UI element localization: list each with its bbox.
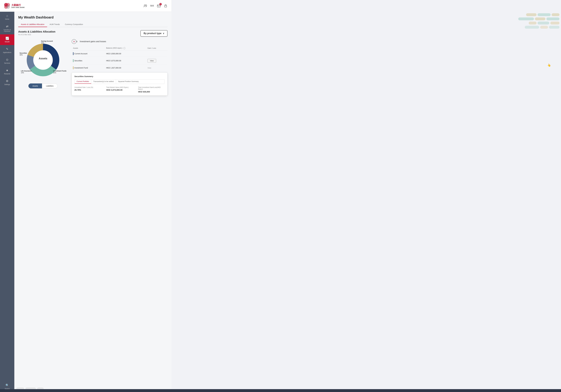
lock-icon (164, 4, 167, 8)
svg-point-12 (34, 51, 52, 69)
donut-svg: Assets (25, 42, 61, 78)
svg-point-4 (144, 5, 145, 6)
svg-point-3 (6, 5, 10, 9)
section-title-area: Assets & Liabilities Allocation As of 21… (18, 30, 55, 36)
sidebar-label-settings: Settings (4, 83, 10, 85)
popup-metrics: Unrealised Gain / Loss (%) 25.79% Total … (75, 86, 165, 93)
sidebar-item-settings[interactable]: ⚙ Settings (0, 77, 14, 88)
investment-table: Assets Balance (HKD equiv.) i Gain / Los… (72, 46, 167, 71)
sidebar-label-transfers: Transfers &Payments (3, 29, 11, 32)
balance-cell-securities: HKD 3,073,000.00 (105, 57, 146, 64)
content-area: Assets Saving Account 35% Securities 30% (18, 39, 167, 95)
notification-badge: 26 (159, 3, 162, 5)
sidebar-item-transfers[interactable]: ⇄ Transfers &Payments (0, 22, 14, 34)
product-cell-securities: Securities (72, 57, 105, 64)
chart-area: Assets Saving Account 35% Securities 30% (18, 39, 68, 95)
bank-name-en: DAH SING BANK (11, 7, 25, 8)
applications-icon: ✎ (6, 47, 8, 51)
search-icon: 🔍 (5, 384, 9, 387)
sidebar-item-services[interactable]: ⊙ Services (0, 56, 14, 66)
logo-icon (4, 3, 10, 9)
metric-total-market-value: Total Market Value (HKD Equiv.) HKD 3,07… (106, 86, 133, 93)
main-content: My Wealth Dashboard Assets & Liabilities… (14, 12, 171, 392)
bar-securities (73, 59, 74, 62)
language-toggle[interactable]: 繁體 (150, 5, 154, 7)
popup-tab-squared[interactable]: Squared Position Summary (116, 79, 141, 84)
product-cell-current: Current Account (72, 50, 105, 57)
assets-btn[interactable]: Assets (28, 83, 42, 88)
bar-current-account (73, 52, 74, 55)
sidebar-label-applications: Applications (3, 52, 11, 53)
info-icon[interactable]: i (123, 47, 125, 49)
col-gain-loss: Gain / Loss (146, 46, 167, 50)
svg-point-5 (145, 5, 147, 6)
col-assets: Assets (72, 46, 105, 50)
table-row: Investment Fund HKD 1,927,000.00 View (72, 64, 167, 71)
sidebar-item-wealth[interactable]: 📈 Wealth (0, 34, 14, 45)
product-cell-fund: Investment Fund (72, 64, 105, 71)
sidebar-item-rewards[interactable]: ★ Rewards (0, 66, 14, 77)
svg-text:Assets: Assets (39, 57, 47, 60)
transfers-icon: ⇄ (6, 25, 8, 28)
sidebar-item-applications[interactable]: ✎ Applications (0, 45, 14, 56)
product-type-dropdown[interactable]: By product type ∨ (140, 30, 167, 37)
action-cell-current (146, 50, 167, 57)
chevron-down-icon: ∨ (163, 32, 164, 35)
securities-popup: Securities Summery Current Portfolio Tra… (72, 72, 167, 95)
tab-currency[interactable]: Currency Composition (62, 22, 86, 27)
view-fund-link[interactable]: View (148, 67, 151, 69)
popup-tab-transactions[interactable]: Transaction(s) to be settled (91, 79, 116, 84)
sidebar-label-home: Home (5, 18, 9, 20)
section-header: Assets & Liabilities Allocation As of 21… (18, 30, 167, 37)
balance-cell-fund: HKD 1,927,000.00 (105, 64, 146, 71)
balance-cell-current: HKD 3,500,000.00 (105, 50, 146, 57)
users-icon (143, 4, 147, 8)
popup-tab-portfolio[interactable]: Current Portfolio (75, 79, 91, 84)
sidebar-item-home[interactable]: ⌂ Home (0, 12, 14, 22)
table-row: Securities HKD 3,073,000.00 View (72, 57, 167, 64)
donut-chart: Assets Saving Account 35% Securities 30% (18, 39, 68, 81)
bank-name-cn: 大新銀行 (11, 3, 25, 7)
sidebar-label-rewards: Rewards (4, 73, 10, 75)
notifications-btn[interactable]: 26 (157, 4, 161, 8)
main-layout: ⌂ Home ⇄ Transfers &Payments 📈 Wealth ✎ … (0, 12, 171, 392)
view-securities-btn[interactable]: View (148, 59, 156, 63)
investment-title: Investment gains and losses (80, 40, 106, 43)
sidebar-label-services: Services (4, 62, 10, 64)
user-icon-btn[interactable] (143, 4, 147, 8)
assets-liabilities-toggle: Assets Liabilities (18, 83, 68, 88)
investment-icon: $ (72, 39, 76, 44)
bar-investment-fund (73, 66, 74, 69)
sidebar: ⌂ Home ⇄ Transfers &Payments 📈 Wealth ✎ … (0, 12, 14, 392)
svg-rect-7 (165, 6, 167, 7)
tab-bar: Assets & Liabilities Allocation AUM Tren… (18, 22, 167, 27)
popup-title: Securities Summery (75, 75, 165, 77)
dropdown-label: By product type (144, 32, 162, 35)
wealth-icon: 📈 (5, 37, 9, 40)
lock-btn[interactable] (164, 4, 167, 8)
tab-assets[interactable]: Assets & Liabilities Allocation (18, 22, 47, 27)
rewards-icon: ★ (6, 69, 9, 72)
footer-bar (0, 389, 171, 392)
section-title: Assets & Liabilities Allocation (18, 30, 55, 33)
popup-tabs: Current Portfolio Transaction(s) to be s… (75, 79, 165, 84)
metric-total-unrealised: Total Unrealised Gain/Loss(HKD Equiv.) H… (138, 86, 165, 93)
services-icon: ⊙ (6, 58, 8, 62)
page-title: My Wealth Dashboard (18, 15, 167, 19)
tab-aum[interactable]: AUM Trends (47, 22, 62, 27)
right-panel: $ Investment gains and losses Assets Bal… (72, 39, 167, 95)
logo-text: 大新銀行 DAH SING BANK (11, 3, 25, 8)
table-row: Current Account HKD 3,500,000.00 (72, 50, 167, 57)
liabilities-btn[interactable]: Liabilities (42, 83, 58, 88)
metric-gain-loss-pct: Unrealised Gain / Loss (%) 25.79% (75, 86, 101, 93)
sidebar-label-wealth: Wealth (5, 41, 10, 43)
settings-icon: ⚙ (6, 79, 9, 83)
home-icon: ⌂ (6, 14, 8, 17)
top-nav: 大新銀行 DAH SING BANK 繁體 26 (0, 0, 171, 12)
action-cell-fund: View (146, 64, 167, 71)
logo: 大新銀行 DAH SING BANK (4, 3, 25, 9)
investment-header: $ Investment gains and losses (72, 39, 167, 44)
section-date: As of 21 Mar 2022 (18, 34, 55, 36)
action-cell-securities: View (146, 57, 167, 64)
table-header-row: Assets Balance (HKD equiv.) i Gain / Los… (72, 46, 167, 50)
